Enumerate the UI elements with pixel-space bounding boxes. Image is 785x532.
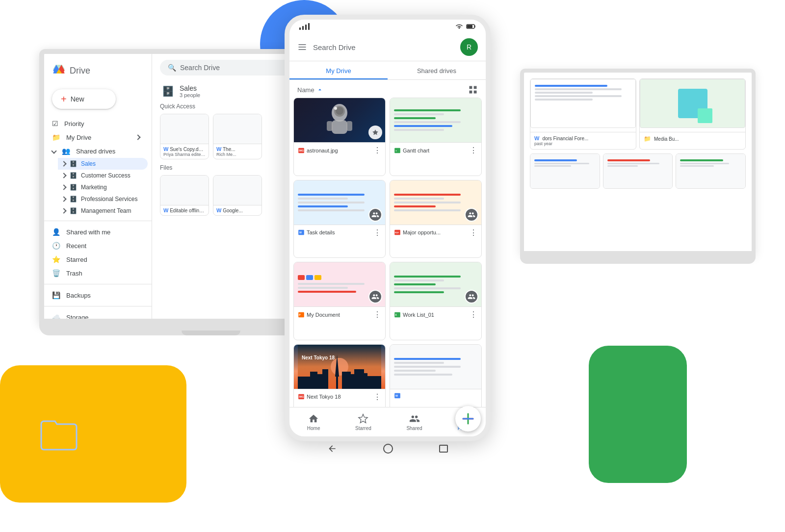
doc-icon: W: [534, 135, 539, 141]
nav-btn-home[interactable]: Home: [307, 413, 320, 431]
svg-rect-8: [470, 86, 472, 89]
customer-success-folder-icon: 🗄️: [70, 172, 77, 179]
svg-rect-11: [474, 91, 477, 94]
sidebar-recent-label: Recent: [66, 242, 86, 250]
quick-access-file-2-name: W The...: [216, 146, 259, 152]
hamburger-menu-icon[interactable]: [297, 42, 307, 52]
sidebar-item-trash[interactable]: 🗑️ Trash: [44, 266, 148, 280]
mobile-file-task-details[interactable]: W Task details ⋮: [293, 180, 386, 258]
nav-btn-shared[interactable]: Shared: [406, 413, 422, 431]
recents-button-icon[interactable]: [439, 445, 448, 453]
wifi-icon: [455, 24, 463, 29]
more-options-icon-4[interactable]: ⋮: [470, 228, 477, 237]
mobile-file-astronaut[interactable]: IMG astronaut.jpg ⋮: [293, 98, 386, 176]
shared-with-me-icon: 👤: [52, 228, 60, 236]
sidebar-shared-drives-label: Shared drives: [76, 148, 115, 155]
bg-green-shape: [589, 346, 687, 483]
name-sort-button[interactable]: Name: [297, 86, 323, 94]
user-initial: R: [467, 43, 471, 51]
right-file-card-1: W dors Financial Fore... past year: [530, 78, 636, 150]
tab-my-drive[interactable]: My Drive: [289, 61, 388, 79]
android-gesture-bar: [285, 441, 491, 456]
right-file-card-4: [603, 153, 673, 189]
right-file-card-3: [530, 153, 600, 189]
sidebar-item-shared-drives[interactable]: 👥 Shared drives: [44, 144, 148, 158]
file-2-name: W Google...: [216, 207, 259, 213]
file-name-mydoc: My Document: [307, 312, 340, 318]
background-laptop: W dors Financial Fore... past year: [520, 69, 756, 264]
quick-access-file-1-meta: Priya Sharma edited in the past year: [163, 152, 206, 157]
mobile-file-my-document[interactable]: P My Document ⋮: [293, 262, 386, 340]
last-file-thumb: [390, 345, 481, 389]
mobile-file-footer-last: W: [390, 389, 481, 402]
more-options-icon-5[interactable]: ⋮: [373, 310, 381, 319]
quick-access-file-2[interactable]: W The... Rich Me...: [213, 114, 262, 159]
mobile-tabs: My Drive Shared drives: [289, 61, 486, 80]
new-button[interactable]: + New: [52, 89, 116, 109]
starred-icon: ⭐: [52, 255, 60, 263]
svg-text:IMG: IMG: [299, 395, 304, 398]
mobile-search-bar[interactable]: Search Drive R: [289, 33, 486, 61]
marketing-label: Marketing: [81, 184, 107, 191]
mobile-files-grid: IMG astronaut.jpg ⋮: [289, 98, 486, 407]
sidebar-item-starred[interactable]: ⭐ Starred: [44, 253, 148, 266]
more-options-icon-7[interactable]: ⋮: [373, 392, 381, 402]
quick-access-file-1[interactable]: W Sue's Copy.docx Priya Sharma edited in…: [160, 114, 209, 159]
sidebar-storage-label: Storage: [66, 314, 89, 321]
more-options-icon-2[interactable]: ⋮: [470, 146, 477, 155]
recent-icon: 🕐: [52, 242, 60, 250]
nav-label-shared: Shared: [406, 426, 422, 431]
sidebar-item-shared-with-me[interactable]: 👤 Shared with me: [44, 225, 148, 239]
sidebar-item-professional-services[interactable]: 🗄️ Professional Services: [58, 193, 148, 205]
people-nav-icon: [409, 413, 420, 424]
sidebar-item-priority[interactable]: ☑ Priority: [44, 117, 148, 130]
sales-folder-people: 3 people: [180, 92, 200, 98]
sidebar-item-backups[interactable]: 💾 Backups: [44, 288, 148, 302]
more-options-icon-3[interactable]: ⋮: [373, 228, 381, 237]
more-options-icon-1[interactable]: ⋮: [373, 146, 381, 155]
drive-logo-text: Drive: [70, 66, 90, 76]
more-options-icon-6[interactable]: ⋮: [470, 310, 477, 319]
professional-services-chevron-icon: [61, 196, 66, 202]
mobile-file-gantt[interactable]: + Gantt chart ⋮: [390, 98, 482, 176]
mobile-file-major-opportu[interactable]: PDF Major opportu... ⋮: [390, 180, 482, 258]
home-gesture-icon[interactable]: [383, 444, 393, 454]
view-toggle-icon[interactable]: [468, 85, 478, 95]
nav-label-starred: Starred: [355, 426, 371, 431]
shared-drives-icon: 👥: [62, 147, 70, 155]
right-file-name-1: dors Financial Fore...: [542, 136, 588, 141]
mobile-file-last[interactable]: W: [390, 344, 482, 407]
new-button-label: New: [71, 95, 84, 103]
quick-access-file-1-name: W Sue's Copy.docx: [163, 146, 206, 152]
back-button-icon[interactable]: [327, 444, 337, 454]
tab-shared-drives[interactable]: Shared drives: [388, 61, 486, 79]
status-icons: [455, 24, 476, 29]
nav-label-home: Home: [307, 426, 320, 431]
file-name-worklist: Work List_01: [403, 312, 434, 318]
drive-sidebar: Drive + New ☑ Priority 📁 My Drive: [44, 54, 152, 319]
svg-rect-14: [332, 120, 347, 134]
doc-w-icon-4: W: [216, 207, 221, 213]
file-card-1[interactable]: W Editable offline docu...: [160, 175, 209, 216]
bg-folder-decoration: [39, 417, 78, 454]
google-drive-logo-icon: [52, 64, 66, 77]
mobile-file-work-list[interactable]: X Work List_01 ⋮: [390, 262, 482, 340]
sidebar-item-my-drive[interactable]: 📁 My Drive: [44, 130, 148, 144]
star-nav-icon: [358, 413, 368, 424]
sidebar-item-storage[interactable]: ☁️ Storage: [44, 310, 148, 324]
mobile-file-tokyo[interactable]: Next Tokyo 18 IMG Next Tokyo 18 ⋮: [293, 344, 386, 407]
sidebar-item-sales[interactable]: 🗄️ Sales: [58, 158, 148, 170]
priority-icon: ☑: [52, 120, 58, 127]
sidebar-item-customer-success[interactable]: 🗄️ Customer Success: [58, 170, 148, 181]
sidebar-item-marketing[interactable]: 🗄️ Marketing: [58, 181, 148, 193]
mobile-search-text[interactable]: Search Drive: [313, 43, 454, 51]
nav-btn-starred[interactable]: Starred: [355, 413, 371, 431]
svg-text:X: X: [395, 313, 397, 316]
file-card-2[interactable]: W Google...: [213, 175, 262, 216]
bg-yellow-shape: [0, 365, 186, 503]
sidebar-item-management-team[interactable]: 🗄️ Management Team: [58, 205, 148, 217]
svg-rect-4: [467, 25, 472, 28]
mobile-file-footer-worklist: X Work List_01 ⋮: [390, 306, 481, 322]
user-avatar[interactable]: R: [460, 38, 478, 56]
sidebar-item-recent[interactable]: 🕐 Recent: [44, 239, 148, 253]
